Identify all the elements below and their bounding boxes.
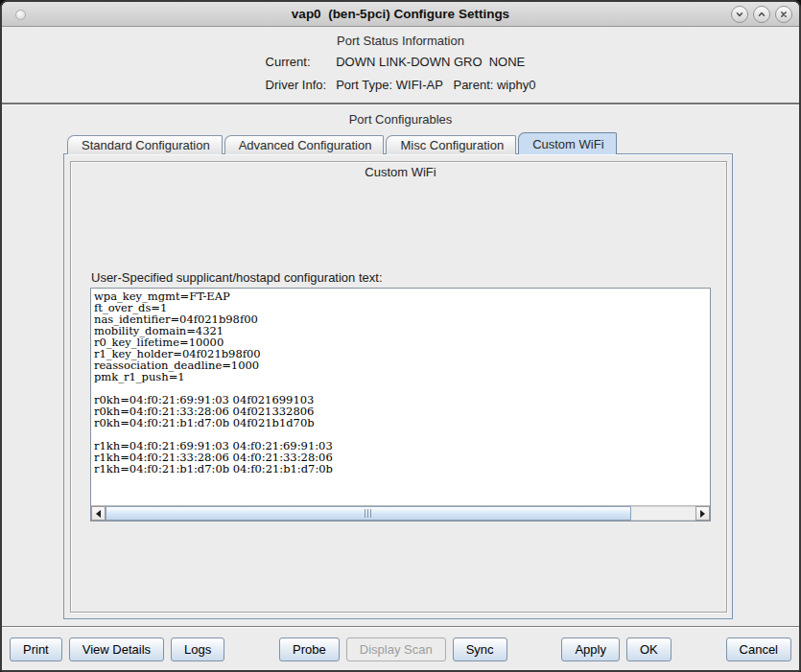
driver-info-value: Port Type: WIFI-AP Parent: wiphy0	[336, 78, 535, 92]
maximize-button[interactable]	[753, 6, 770, 23]
driver-info-label: Driver Info:	[266, 78, 327, 92]
window-menu-icon[interactable]	[15, 10, 26, 20]
scrollbar-track[interactable]	[631, 506, 695, 521]
footer-button-bar: Print View Details Logs Probe Display Sc…	[2, 628, 799, 670]
tab-custom-wifi[interactable]: Custom WiFi	[518, 132, 616, 154]
horizontal-scrollbar[interactable]	[91, 505, 710, 521]
custom-wifi-panel-title: Custom WiFi	[90, 165, 711, 182]
arrow-left-icon	[96, 510, 101, 518]
window-title: vap0 (ben-5pci) Configure Settings	[292, 7, 509, 21]
current-label: Current:	[266, 55, 327, 69]
sync-button[interactable]: Sync	[453, 637, 507, 661]
titlebar[interactable]: vap0 (ben-5pci) Configure Settings	[2, 2, 799, 27]
tab-advanced-configuration[interactable]: Advanced Configuration	[224, 135, 385, 154]
view-details-button[interactable]: View Details	[69, 637, 164, 661]
panel-spacer	[90, 521, 711, 602]
configuration-tabs: Standard Configuration Advanced Configur…	[67, 133, 799, 153]
scrollbar-thumb[interactable]	[106, 506, 631, 521]
port-configurables-section: Port Configurables Standard Configuratio…	[2, 105, 799, 626]
configure-settings-window: vap0 (ben-5pci) Configure Settings Port …	[0, 0, 801, 672]
current-value: DOWN LINK-DOWN GRO NONE	[336, 55, 535, 69]
cancel-button[interactable]: Cancel	[726, 637, 791, 661]
supplicant-config-textarea[interactable]: wpa_key_mgmt=FT-EAP ft_over_ds=1 nas_ide…	[90, 288, 711, 521]
window-controls	[731, 6, 792, 23]
chevron-up-icon	[757, 10, 766, 19]
port-status-title: Port Status Information	[2, 34, 799, 48]
custom-wifi-panel: Custom WiFi User-Specified supplicant/ho…	[70, 161, 727, 613]
scroll-right-button[interactable]	[695, 506, 710, 521]
ok-button[interactable]: OK	[626, 637, 671, 661]
arrow-right-icon	[700, 510, 705, 518]
close-icon	[779, 10, 789, 19]
port-configurables-title: Port Configurables	[2, 105, 799, 127]
scrollbar-grip-icon	[365, 509, 372, 518]
close-button[interactable]	[775, 6, 792, 23]
tab-misc-configuration[interactable]: Misc Configuration	[386, 135, 516, 154]
scroll-left-button[interactable]	[91, 506, 106, 521]
apply-button[interactable]: Apply	[561, 637, 620, 661]
chevron-down-icon	[735, 10, 744, 19]
panel-spacer	[90, 182, 711, 270]
port-status-grid: Current: DOWN LINK-DOWN GRO NONE Driver …	[266, 55, 536, 92]
probe-button[interactable]: Probe	[279, 637, 340, 661]
custom-wifi-tab-panel: Custom WiFi User-Specified supplicant/ho…	[63, 153, 733, 619]
tab-standard-configuration[interactable]: Standard Configuration	[67, 135, 223, 154]
print-button[interactable]: Print	[10, 637, 62, 661]
supplicant-config-label: User-Specified supplicant/hostapd config…	[91, 270, 711, 285]
minimize-button[interactable]	[731, 6, 748, 23]
logs-button[interactable]: Logs	[171, 637, 224, 661]
port-status-section: Port Status Information Current: DOWN LI…	[2, 27, 799, 103]
supplicant-config-text[interactable]: wpa_key_mgmt=FT-EAP ft_over_ds=1 nas_ide…	[91, 289, 710, 505]
display-scan-button: Display Scan	[346, 637, 446, 661]
